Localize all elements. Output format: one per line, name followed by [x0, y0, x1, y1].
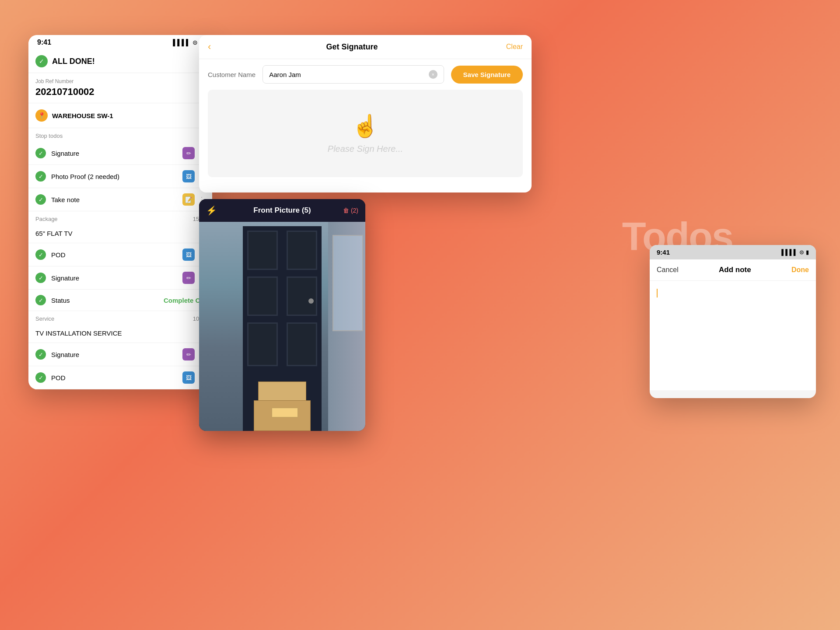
all-done-check-icon: ✓ — [35, 55, 48, 67]
check-icon: ✓ — [35, 171, 46, 182]
signature-badge: ✏ — [182, 272, 195, 284]
photo-nav: ⚡ Front Picture (5) 🗑 (2) — [199, 199, 365, 222]
job-ref-label: Job Ref Number — [35, 78, 205, 84]
signature-badge: ✏ — [182, 147, 195, 159]
signature-title: Get Signature — [215, 42, 488, 52]
todo-signature-2[interactable]: ✓ Signature ✏ ⋮ — [28, 266, 212, 290]
door-panel — [287, 231, 317, 270]
service-name-row[interactable]: TV INSTALLATION SERVICE ⌄ — [28, 324, 212, 343]
save-signature-button[interactable]: Save Signature — [451, 66, 523, 84]
door-panel — [247, 276, 278, 316]
door-panel — [287, 322, 317, 366]
door-panel — [247, 322, 278, 366]
check-icon: ✓ — [35, 372, 46, 383]
check-icon: ✓ — [35, 249, 46, 260]
door-panel — [287, 276, 317, 316]
side-window — [332, 235, 363, 331]
photo-badge: 🖼 — [182, 170, 195, 182]
todo-label: Take note — [51, 196, 182, 203]
sign-here-placeholder: Please Sign Here... — [328, 144, 403, 154]
check-icon: ✓ — [35, 349, 46, 360]
check-icon: ✓ — [35, 295, 46, 305]
warehouse-row[interactable]: 📍 WAREHOUSE SW-1 › — [28, 103, 212, 128]
door-knob — [308, 298, 314, 304]
signature-badge: ✏ — [182, 348, 195, 360]
photo-content — [199, 222, 365, 431]
todo-label: POD — [51, 374, 182, 382]
signature-nav: ‹ Get Signature Clear — [199, 35, 532, 59]
wifi-icon: ⊜ — [192, 39, 198, 46]
parcel-top — [258, 382, 306, 401]
check-icon: ✓ — [35, 194, 46, 205]
add-note-screen: 9:41 ▌▌▌▌ ⊜ ▮ Cancel Add note Done — [650, 245, 816, 398]
todo-label: POD — [51, 251, 182, 259]
job-section: Job Ref Number 20210710002 — [28, 73, 212, 103]
todo-signature-1[interactable]: ✓ Signature ✏ ⋮ — [28, 142, 212, 165]
todo-label: Status — [51, 297, 164, 304]
parcel-bottom — [254, 400, 311, 431]
flash-icon[interactable]: ⚡ — [206, 205, 217, 216]
note-nav: Cancel Add note Done — [650, 259, 816, 281]
clear-button[interactable]: Clear — [506, 43, 523, 51]
customer-row: Customer Name Aaron Jam × Save Signature — [199, 59, 532, 90]
package-header: Package 15kg — [28, 211, 212, 224]
status-time-1: 9:41 — [37, 38, 51, 46]
all-done-text: ALL DONE! — [52, 57, 200, 66]
all-done-banner: ✓ ALL DONE! × — [28, 50, 212, 73]
trash-icon: 🗑 — [343, 207, 349, 214]
todo-take-note[interactable]: ✓ Take note 📝 ⋮ — [28, 188, 212, 211]
text-cursor — [657, 289, 658, 298]
photo-delete[interactable]: 🗑 (2) — [343, 207, 358, 214]
customer-name-input[interactable]: Aaron Jam × — [262, 65, 444, 84]
service-header: Service 10kg — [28, 311, 212, 324]
signature-canvas[interactable]: ☝ Please Sign Here... — [208, 90, 523, 177]
note-title: Add note — [679, 266, 791, 274]
package-name-row[interactable]: 65" FLAT TV ⌄ — [28, 224, 212, 243]
photo-title: Front Picture (5) — [221, 206, 343, 215]
package-label: Package — [35, 216, 58, 222]
signature-screen: ‹ Get Signature Clear Customer Name Aaro… — [199, 35, 532, 192]
todo-service-pod[interactable]: ✓ POD 🖼 ⋮ — [28, 366, 212, 389]
todo-label: Signature — [51, 150, 182, 157]
signal-icon: ▌▌▌▌ — [173, 39, 190, 46]
check-icon: ✓ — [35, 148, 46, 158]
todo-pod-1[interactable]: ✓ POD 🖼 ⋮ — [28, 243, 212, 266]
note-status-time: 9:41 — [657, 248, 670, 256]
phone-screen-1: 9:41 ▌▌▌▌ ⊜ ▮ ✓ ALL DONE! × Job Ref Numb… — [28, 35, 212, 389]
photo-screen: ⚡ Front Picture (5) 🗑 (2) — [199, 199, 365, 431]
todo-label: Signature — [51, 274, 182, 282]
note-badge: 📝 — [182, 193, 195, 206]
parcel-label — [272, 408, 298, 417]
signal-icon: ▌▌▌▌ — [781, 249, 798, 256]
check-icon: ✓ — [35, 273, 46, 283]
note-body[interactable] — [650, 281, 816, 390]
photo-badge: 🖼 — [182, 248, 195, 261]
todo-label: Signature — [51, 351, 182, 358]
note-status-icons: ▌▌▌▌ ⊜ ▮ — [781, 249, 809, 256]
note-status-bar: 9:41 ▌▌▌▌ ⊜ ▮ — [650, 245, 816, 259]
warehouse-name: WAREHOUSE SW-1 — [52, 112, 203, 119]
customer-name-label: Customer Name — [208, 71, 256, 78]
customer-clear-icon[interactable]: × — [429, 70, 438, 79]
job-ref-number: 20210710002 — [35, 86, 205, 98]
parcel-stack — [254, 387, 311, 431]
done-button[interactable]: Done — [791, 266, 809, 274]
door-background — [199, 222, 365, 431]
status-bar-1: 9:41 ▌▌▌▌ ⊜ ▮ — [28, 35, 212, 50]
wifi-icon: ⊜ — [799, 249, 804, 256]
todo-photo-proof[interactable]: ✓ Photo Proof (2 needed) 🖼 ⋮ — [28, 165, 212, 188]
service-name: TV INSTALLATION SERVICE — [35, 329, 200, 337]
customer-name-value: Aaron Jam — [269, 71, 301, 78]
todo-service-signature[interactable]: ✓ Signature ✏ ⋮ — [28, 343, 212, 366]
todo-status-1[interactable]: ✓ Status Complete OK — [28, 290, 212, 311]
delete-count: (2) — [351, 207, 358, 214]
package-name: 65" FLAT TV — [35, 230, 200, 237]
back-button[interactable]: ‹ — [208, 41, 211, 52]
cancel-button[interactable]: Cancel — [657, 266, 679, 274]
warehouse-icon: 📍 — [35, 109, 48, 122]
service-label: Service — [35, 315, 54, 322]
photo-badge: 🖼 — [182, 371, 195, 384]
door-panel — [247, 231, 278, 270]
hand-icon: ☝ — [352, 113, 379, 139]
battery-icon: ▮ — [806, 249, 809, 256]
